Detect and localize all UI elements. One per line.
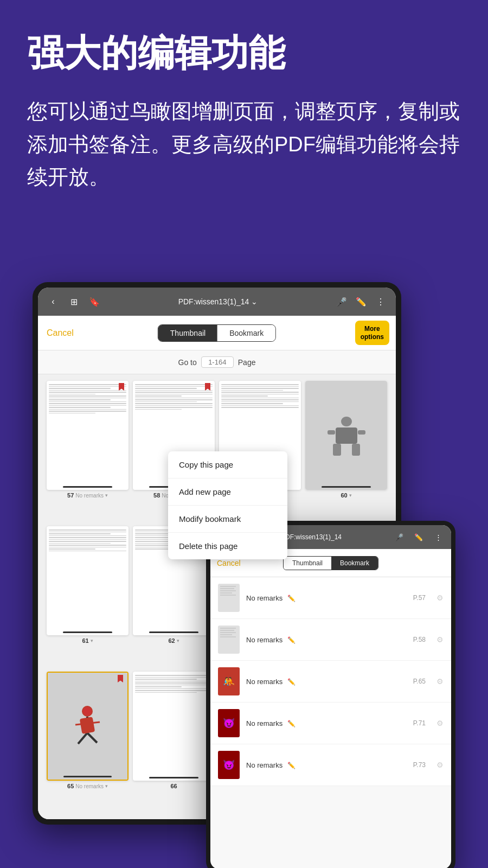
thumb-label-61: 61 ▾ xyxy=(82,637,93,644)
thumb-item-60[interactable]: 60 ▾ xyxy=(305,381,387,522)
bookmark-remarks-58: No remarks xyxy=(246,636,282,644)
hero-description: 您可以通过鸟瞰图增删页面，调整页序，复制或添加书签备注。更多高级的PDF编辑功能… xyxy=(27,95,461,194)
thumb-page-65[interactable] xyxy=(47,672,129,781)
thumb-item-61[interactable]: 61 ▾ xyxy=(47,526,129,667)
bookmark-thumb-71: 😈 xyxy=(218,709,240,737)
cancel-button[interactable]: Cancel xyxy=(47,328,74,338)
thumb-item-65[interactable]: 65 No remarks ▾ xyxy=(47,672,129,813)
gear-icon-58[interactable]: ⚙ xyxy=(436,635,444,644)
thumb-label-62: 62 ▾ xyxy=(168,637,179,644)
pencil-icon-65: ✏️ xyxy=(287,678,296,686)
bookmark-info-73: No remarks ✏️ xyxy=(246,760,407,770)
bookmark-page-73: P.73 xyxy=(413,761,426,769)
gear-icon-57[interactable]: ⚙ xyxy=(436,593,444,602)
bookmark-tab[interactable]: Bookmark xyxy=(217,325,275,341)
context-menu-delete[interactable]: Delete this page xyxy=(168,533,287,559)
topbar-left: ‹ ⊞ 🔖 xyxy=(47,295,101,308)
bookmark-row-71[interactable]: 😈 No remarks ✏️ P.71 ⚙ xyxy=(210,703,451,744)
gear-icon-71[interactable]: ⚙ xyxy=(436,719,444,727)
mic-icon[interactable]: 🎤 xyxy=(335,295,348,308)
small-thumbnail-tab[interactable]: Thumbnail xyxy=(284,557,331,570)
page-content-57 xyxy=(47,381,129,418)
bookmark-row-57[interactable]: No remarks ✏️ P.57 ⚙ xyxy=(210,577,451,619)
bookmark-remarks-57: No remarks xyxy=(246,594,282,602)
thumb-item-57[interactable]: 57 No remarks ▾ xyxy=(47,381,129,522)
more-options-button[interactable]: Moreoptions xyxy=(355,321,389,345)
bookmark-row-58[interactable]: No remarks ✏️ P.58 ⚙ xyxy=(210,619,451,661)
pencil-icon-73: ✏️ xyxy=(287,762,296,769)
svg-rect-4 xyxy=(328,430,335,435)
goto-prefix: Go to xyxy=(178,358,197,367)
bookmark-row-73[interactable]: 😈 No remarks ✏️ P.73 ⚙ xyxy=(210,744,451,786)
bookmark-remarks-71: No remarks xyxy=(246,719,282,727)
page-content-61 xyxy=(47,526,129,556)
bookmark-info-71: No remarks ✏️ xyxy=(246,718,407,728)
gear-icon-73[interactable]: ⚙ xyxy=(436,761,444,769)
bookmark-info-57: No remarks ✏️ xyxy=(246,593,407,603)
small-cancel-button[interactable]: Cancel xyxy=(217,559,241,567)
bookmark-list: No remarks ✏️ P.57 ⚙ xyxy=(210,577,451,786)
device-area: ‹ ⊞ 🔖 PDF:wissen13(1)_14 ⌄ 🎤 ✏️ ⋮ Cancel xyxy=(33,282,455,868)
thumb-label-57: 57 No remarks ▾ xyxy=(67,492,108,499)
svg-rect-0 xyxy=(341,417,352,426)
bookmark-row-65[interactable]: 🤼 No remarks ✏️ P.65 ⚙ xyxy=(210,661,451,703)
context-menu: Copy this page Add new page Modify bookm… xyxy=(168,451,287,559)
svg-rect-2 xyxy=(333,444,341,456)
thumb-item-66[interactable]: 66 xyxy=(133,672,215,813)
pencil-icon-57: ✏️ xyxy=(287,595,296,602)
small-bookmark-tab[interactable]: Bookmark xyxy=(331,557,378,570)
bookmark-thumb-57 xyxy=(218,584,240,612)
figure-svg-60 xyxy=(328,414,365,457)
edit-icon[interactable]: ✏️ xyxy=(355,295,368,308)
martial-svg xyxy=(70,706,105,746)
gear-icon-65[interactable]: ⚙ xyxy=(436,677,444,686)
page-content-66 xyxy=(133,672,215,697)
page-image-65 xyxy=(48,673,127,780)
goto-input[interactable] xyxy=(201,356,234,368)
svg-line-9 xyxy=(78,733,87,744)
small-tablet: ‹ PDF:wissen13(1)_14 🎤 ✏️ ⋮ Cancel Thumb… xyxy=(206,521,455,868)
back-icon[interactable]: ‹ xyxy=(47,295,60,308)
page-content-58 xyxy=(133,381,215,414)
bookmark-info-58: No remarks ✏️ xyxy=(246,635,407,644)
svg-rect-12 xyxy=(80,717,95,734)
thumb-page-60[interactable] xyxy=(305,381,387,490)
small-tablet-screen: ‹ PDF:wissen13(1)_14 🎤 ✏️ ⋮ Cancel Thumb… xyxy=(210,525,451,868)
small-topbar-right: 🎤 ✏️ ⋮ xyxy=(393,531,445,544)
small-more-icon[interactable]: ⋮ xyxy=(432,531,445,544)
small-tab-buttons: Thumbnail Bookmark xyxy=(283,556,378,570)
context-menu-copy[interactable]: Copy this page xyxy=(168,451,287,478)
bookmark-remarks-65: No remarks xyxy=(246,678,282,686)
topbar-right: 🎤 ✏️ ⋮ xyxy=(335,295,387,308)
bookmark-page-65: P.65 xyxy=(413,678,426,685)
bookmark-page-58: P.58 xyxy=(413,636,426,643)
small-filename: PDF:wissen13(1)_14 xyxy=(281,533,342,541)
thumb-page-61[interactable] xyxy=(47,526,129,635)
svg-point-11 xyxy=(83,707,92,716)
svg-rect-3 xyxy=(352,444,360,456)
topbar-filename: PDF:wissen13(1)_14 ⌄ xyxy=(178,297,258,306)
tab-bar: Cancel Thumbnail Bookmark Moreoptions xyxy=(38,316,396,350)
tab-buttons: Thumbnail Bookmark xyxy=(158,324,276,342)
tablet-topbar: ‹ ⊞ 🔖 PDF:wissen13(1)_14 ⌄ 🎤 ✏️ ⋮ xyxy=(38,288,396,316)
thumb-page-57[interactable] xyxy=(47,381,129,490)
pencil-icon-71: ✏️ xyxy=(287,720,296,727)
thumb-label-60: 60 ▾ xyxy=(341,492,351,499)
bookmark-icon[interactable]: 🔖 xyxy=(88,295,101,308)
more-icon[interactable]: ⋮ xyxy=(374,295,387,308)
goto-bar: Go to Page xyxy=(38,350,396,374)
grid-icon[interactable]: ⊞ xyxy=(67,295,80,308)
context-menu-add[interactable]: Add new page xyxy=(168,478,287,506)
context-menu-bookmark[interactable]: Modify bookmark xyxy=(168,506,287,533)
bookmark-remarks-73: No remarks xyxy=(246,761,282,769)
bookmark-page-71: P.71 xyxy=(413,719,426,727)
thumb-label-66: 66 xyxy=(170,783,177,789)
bookmark-page-57: P.57 xyxy=(413,594,426,602)
thumbnail-tab[interactable]: Thumbnail xyxy=(158,325,217,341)
pencil-icon-58: ✏️ xyxy=(287,636,296,644)
small-mic-icon[interactable]: 🎤 xyxy=(393,531,406,544)
thumb-page-66[interactable] xyxy=(133,672,215,781)
svg-line-10 xyxy=(87,733,97,743)
bookmark-thumb-73: 😈 xyxy=(218,751,240,779)
small-edit-icon[interactable]: ✏️ xyxy=(412,531,425,544)
